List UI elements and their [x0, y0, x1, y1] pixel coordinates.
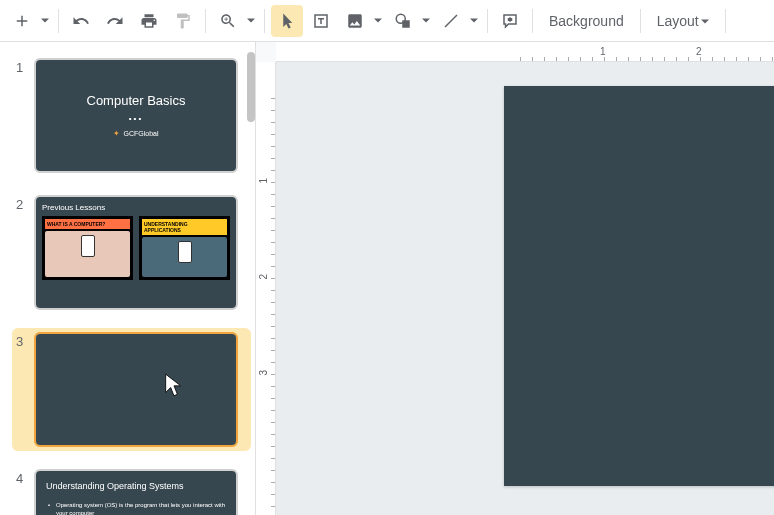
zoom-icon	[219, 12, 237, 30]
new-slide-dropdown[interactable]	[6, 5, 52, 37]
ruler-tick	[271, 326, 275, 327]
paint-format-button[interactable]	[167, 5, 199, 37]
ruler-tick	[736, 57, 737, 61]
zoom-button[interactable]	[212, 5, 244, 37]
ruler-tick	[271, 146, 275, 147]
slide-thumbnail-1[interactable]: 1 Computer Basics ••• ✦ GCFGlobal	[12, 54, 251, 177]
undo-button[interactable]	[65, 5, 97, 37]
image-dropdown[interactable]	[339, 5, 385, 37]
caret-down-icon	[701, 18, 709, 26]
ruler-tick	[271, 206, 275, 207]
textbox-icon	[312, 12, 330, 30]
shape-button[interactable]	[387, 5, 419, 37]
slide-number: 3	[16, 332, 34, 349]
ruler-tick	[568, 57, 569, 61]
slide-preview: Previous Lessons WHAT IS A COMPUTER? UND…	[34, 195, 238, 310]
ruler-tick	[271, 98, 275, 99]
lesson-card-title: WHAT IS A COMPUTER?	[45, 219, 130, 229]
slide-preview: Computer Basics ••• ✦ GCFGlobal	[34, 58, 238, 173]
ruler-tick	[271, 134, 275, 135]
logo-icon: ✦	[113, 129, 120, 138]
ruler-tick	[544, 57, 545, 61]
undo-icon	[72, 12, 90, 30]
print-button[interactable]	[133, 5, 165, 37]
logo-text: GCFGlobal	[123, 130, 158, 137]
ruler-tick	[772, 57, 773, 61]
ruler-tick	[271, 470, 275, 471]
ruler-tick	[271, 194, 275, 195]
textbox-button[interactable]	[305, 5, 337, 37]
ruler-tick	[271, 242, 275, 243]
ruler-tick	[271, 278, 275, 279]
background-button[interactable]: Background	[539, 5, 634, 37]
lesson-card-title: UNDERSTANDING APPLICATIONS	[142, 219, 227, 235]
ruler-tick	[532, 57, 533, 61]
ruler-tick	[271, 458, 275, 459]
canvas-area: 1 2 1 2 3	[255, 42, 774, 515]
ruler-tick	[271, 158, 275, 159]
lesson-card: UNDERSTANDING APPLICATIONS	[139, 216, 230, 280]
layout-caret	[701, 13, 709, 29]
shape-caret[interactable]	[419, 5, 433, 37]
image-caret[interactable]	[371, 5, 385, 37]
new-slide-button[interactable]	[6, 5, 38, 37]
zoom-caret[interactable]	[244, 5, 258, 37]
line-icon	[442, 12, 460, 30]
ruler-tick	[748, 57, 749, 61]
ruler-mark: 2	[258, 274, 269, 280]
ruler-tick	[271, 230, 275, 231]
ruler-tick	[271, 446, 275, 447]
vertical-ruler[interactable]: 1 2 3	[256, 62, 276, 515]
ruler-tick	[760, 57, 761, 61]
caret-down-icon	[470, 17, 478, 25]
slide-thumbnail-2[interactable]: 2 Previous Lessons WHAT IS A COMPUTER? U…	[12, 191, 251, 314]
horizontal-ruler[interactable]: 1 2	[276, 42, 774, 62]
line-caret[interactable]	[467, 5, 481, 37]
ruler-tick	[271, 374, 275, 375]
ruler-tick	[271, 386, 275, 387]
ruler-tick	[271, 506, 275, 507]
paint-format-icon	[174, 12, 192, 30]
slide-bullet-text: Operating system (OS) is the program tha…	[46, 501, 226, 515]
ruler-tick	[271, 302, 275, 303]
scrollbar-thumb[interactable]	[247, 52, 255, 122]
line-button[interactable]	[435, 5, 467, 37]
comment-button[interactable]	[494, 5, 526, 37]
new-slide-caret[interactable]	[38, 5, 52, 37]
ruler-tick	[688, 57, 689, 61]
svg-rect-1	[402, 20, 410, 28]
select-tool-button[interactable]	[271, 5, 303, 37]
ruler-tick	[271, 410, 275, 411]
ruler-mark: 3	[258, 370, 269, 376]
ruler-tick	[616, 57, 617, 61]
line-dropdown[interactable]	[435, 5, 481, 37]
shape-icon	[394, 12, 412, 30]
ruler-tick	[664, 57, 665, 61]
layout-dropdown[interactable]: Layout	[647, 5, 719, 37]
image-button[interactable]	[339, 5, 371, 37]
slide-number: 1	[16, 58, 34, 75]
comment-icon	[501, 12, 519, 30]
shape-dropdown[interactable]	[387, 5, 433, 37]
ruler-tick	[271, 290, 275, 291]
slide-number: 2	[16, 195, 34, 212]
main-area: 1 Computer Basics ••• ✦ GCFGlobal 2 Prev…	[0, 42, 774, 515]
slide-title-text: Computer Basics	[87, 93, 186, 108]
slide-canvas[interactable]	[276, 62, 774, 515]
current-slide[interactable]	[504, 86, 774, 486]
slide-thumbnail-4[interactable]: 4 Understanding Operating Systems Operat…	[12, 465, 251, 515]
ruler-mark: 1	[600, 46, 606, 57]
separator	[58, 9, 59, 33]
redo-button[interactable]	[99, 5, 131, 37]
ruler-tick	[271, 422, 275, 423]
caret-down-icon	[41, 17, 49, 25]
ruler-tick	[724, 57, 725, 61]
ruler-tick	[271, 494, 275, 495]
slide-thumbnail-3[interactable]: 3	[12, 328, 251, 451]
ruler-tick	[271, 482, 275, 483]
separator	[487, 9, 488, 33]
slide-title-text: Previous Lessons	[42, 203, 230, 212]
caret-down-icon	[422, 17, 430, 25]
ruler-tick	[271, 266, 275, 267]
zoom-dropdown[interactable]	[212, 5, 258, 37]
